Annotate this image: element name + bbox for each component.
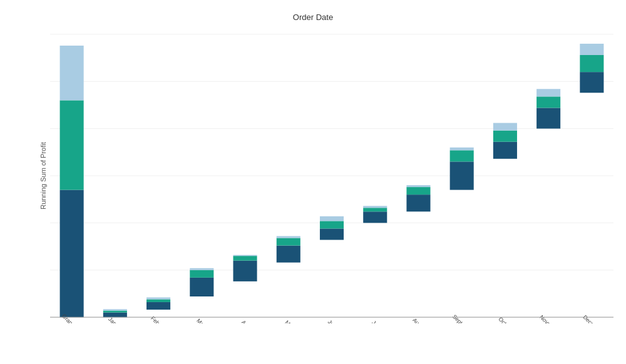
svg-rect-25 <box>233 255 257 256</box>
svg-rect-43 <box>450 161 474 190</box>
svg-rect-48 <box>493 131 517 142</box>
chart-title: Order Date <box>13 13 613 22</box>
svg-text:April: April <box>240 319 253 323</box>
svg-rect-35 <box>363 211 387 223</box>
svg-rect-39 <box>406 195 430 211</box>
svg-rect-28 <box>277 238 300 246</box>
svg-rect-20 <box>190 270 213 278</box>
svg-rect-24 <box>233 256 257 261</box>
svg-rect-29 <box>277 236 300 238</box>
svg-text:March: March <box>195 318 211 323</box>
svg-rect-32 <box>320 221 344 228</box>
svg-rect-27 <box>277 246 300 263</box>
svg-rect-51 <box>536 108 560 128</box>
svg-rect-21 <box>190 268 213 270</box>
chart-svg: Grand TotalJanuaryFebruaryMarchAprilMayJ… <box>50 28 613 323</box>
svg-rect-36 <box>363 208 387 211</box>
svg-rect-44 <box>450 150 474 161</box>
svg-rect-52 <box>536 96 560 108</box>
svg-rect-57 <box>580 44 603 55</box>
svg-rect-17 <box>146 298 170 300</box>
svg-rect-33 <box>320 216 344 221</box>
chart-container: Order Date Running Sum of Profit Grand T… <box>0 0 626 364</box>
svg-rect-19 <box>190 278 213 296</box>
svg-rect-40 <box>406 187 430 195</box>
svg-rect-37 <box>363 206 387 208</box>
svg-text:February: February <box>150 315 170 323</box>
svg-text:June: June <box>327 319 340 323</box>
svg-rect-7 <box>60 190 84 318</box>
svg-text:December: December <box>582 314 604 323</box>
svg-text:November: November <box>538 314 561 323</box>
svg-rect-11 <box>103 313 127 318</box>
svg-rect-45 <box>450 148 474 151</box>
svg-text:May: May <box>284 319 296 323</box>
svg-text:July: July <box>371 320 382 323</box>
svg-rect-55 <box>580 72 603 93</box>
chart-area: Running Sum of Profit Grand TotalJanuary… <box>50 28 613 323</box>
svg-rect-53 <box>536 89 560 96</box>
svg-text:August: August <box>411 317 428 323</box>
svg-rect-31 <box>320 228 344 240</box>
svg-rect-41 <box>406 185 430 187</box>
svg-rect-56 <box>580 55 603 72</box>
svg-rect-47 <box>493 142 517 159</box>
y-axis-label: Running Sum of Profit <box>39 142 47 210</box>
svg-rect-49 <box>493 123 517 131</box>
svg-rect-16 <box>146 300 170 303</box>
svg-rect-8 <box>60 100 84 190</box>
svg-rect-12 <box>103 311 127 313</box>
svg-rect-9 <box>60 46 84 100</box>
svg-rect-23 <box>233 261 257 281</box>
svg-rect-13 <box>103 309 127 310</box>
svg-text:September: September <box>451 313 475 323</box>
svg-rect-15 <box>146 302 170 310</box>
